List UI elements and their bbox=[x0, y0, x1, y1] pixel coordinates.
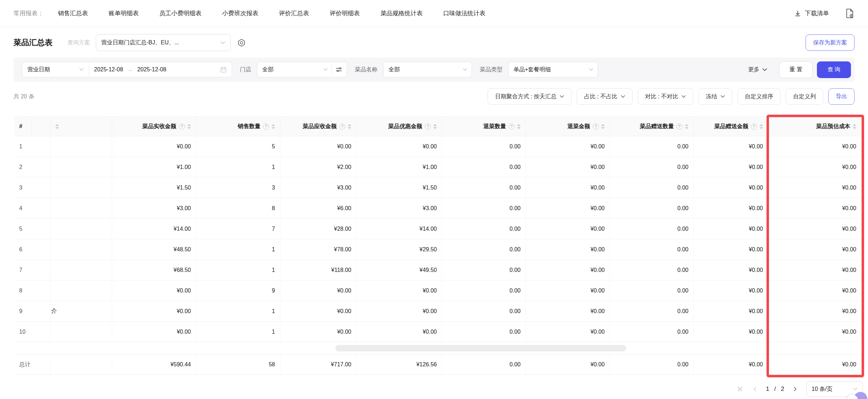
reset-button[interactable]: 重 置 bbox=[779, 61, 813, 78]
dish-type-select[interactable]: 单品+套餐明细 bbox=[508, 62, 598, 77]
cell-est_cost: ¥0.00 bbox=[768, 322, 862, 342]
col-header-qty[interactable]: 销售数量? bbox=[196, 117, 280, 136]
cell-return_qty: 0.00 bbox=[442, 157, 526, 177]
sort-icon[interactable] bbox=[433, 124, 437, 129]
cell-name bbox=[50, 260, 112, 280]
top-nav-tab[interactable]: 评价汇总表 bbox=[279, 9, 309, 17]
help-icon[interactable]: ? bbox=[263, 124, 269, 130]
chevron-down-icon bbox=[79, 68, 84, 71]
cell-total-gift_qty: 0.00 bbox=[610, 355, 694, 375]
top-nav-tab[interactable]: 小费班次报表 bbox=[222, 9, 258, 17]
cell-discount: ¥14.00 bbox=[357, 219, 442, 239]
sort-icon[interactable] bbox=[601, 124, 605, 129]
chevron-down-icon bbox=[560, 95, 564, 98]
col-header-label: # bbox=[19, 123, 22, 130]
col-header-name[interactable] bbox=[50, 117, 112, 136]
sort-icon[interactable] bbox=[685, 124, 688, 129]
help-icon[interactable]: ? bbox=[339, 124, 345, 130]
report-settings-file-icon[interactable] bbox=[845, 9, 855, 18]
sort-icon[interactable] bbox=[853, 124, 856, 129]
col-header-return_qty[interactable]: 退菜数量? bbox=[442, 117, 526, 136]
cell-name bbox=[50, 280, 112, 301]
col-header-est_cost[interactable]: 菜品预估成本 bbox=[768, 117, 862, 136]
top-nav-tab[interactable]: 销售汇总表 bbox=[58, 9, 88, 17]
cell-qty: 1 bbox=[196, 260, 280, 280]
cell-idx: 3 bbox=[14, 177, 32, 198]
top-nav-tab[interactable]: 口味做法统计表 bbox=[443, 9, 485, 17]
col-header-discount[interactable]: 菜品优惠金额? bbox=[357, 117, 442, 136]
plan-settings-button[interactable] bbox=[237, 38, 246, 47]
sort-icon[interactable] bbox=[187, 124, 191, 129]
col-header-actual[interactable]: 菜品实收金额? bbox=[112, 117, 196, 136]
toolbar-button[interactable]: 自定义列 bbox=[786, 88, 823, 105]
col-header-receivable[interactable]: 菜品应收金额? bbox=[280, 117, 357, 136]
cell-name bbox=[50, 177, 112, 198]
toolbar-button[interactable]: 占比 : 不占比 bbox=[577, 88, 632, 105]
toolbar-button[interactable]: 冻结 bbox=[698, 88, 732, 105]
current-page[interactable]: 1 bbox=[766, 386, 769, 393]
top-nav-tab[interactable]: 账单明细表 bbox=[109, 9, 139, 17]
table-row[interactable]: 2¥1.001¥2.00¥1.000.00¥0.000.00¥0.00¥0.00 bbox=[14, 157, 862, 177]
toolbar-button[interactable]: 对比 : 不对比 bbox=[638, 88, 693, 105]
toolbar-button[interactable]: 自定义排序 bbox=[737, 88, 781, 105]
table-row[interactable]: 1¥0.005¥0.00¥0.000.00¥0.000.00¥0.00¥0.00 bbox=[14, 136, 862, 157]
help-icon[interactable]: ? bbox=[179, 124, 185, 130]
col-header-gift_amt[interactable]: 菜品赠送金额? bbox=[694, 117, 768, 136]
page-size-select[interactable]: 10 条/页 bbox=[806, 381, 863, 397]
cell-est_cost: ¥0.00 bbox=[768, 219, 862, 239]
prev-page-button[interactable] bbox=[752, 386, 758, 392]
help-icon[interactable]: ? bbox=[751, 124, 757, 130]
cell-qty: 1 bbox=[196, 301, 280, 321]
table-row[interactable]: 8¥0.009¥0.00¥0.000.00¥0.000.00¥0.00¥0.00 bbox=[14, 280, 862, 301]
help-icon[interactable]: ? bbox=[425, 124, 431, 130]
cell-receivable: ¥78.00 bbox=[280, 239, 357, 259]
table-row[interactable]: 3¥1.503¥3.00¥1.500.00¥0.000.00¥0.00¥0.00 bbox=[14, 177, 862, 198]
sort-icon[interactable] bbox=[271, 124, 275, 129]
cell-return_qty: 0.00 bbox=[442, 239, 526, 259]
date-type-select[interactable]: 营业日期 bbox=[22, 62, 89, 77]
top-nav-tab[interactable]: 菜品规格统计表 bbox=[380, 9, 423, 17]
table-row[interactable]: 6¥48.501¥78.00¥29.500.00¥0.000.00¥0.00¥0… bbox=[14, 239, 862, 260]
col-header-gift_qty[interactable]: 菜品赠送数量? bbox=[610, 117, 694, 136]
save-as-new-plan-button[interactable]: 保存为新方案 bbox=[806, 34, 855, 51]
toolbar-button[interactable]: 日期聚合方式 : 按天汇总 bbox=[488, 88, 572, 105]
table-row[interactable]: 4¥3.008¥6.00¥3.000.00¥0.000.00¥0.00¥0.00 bbox=[14, 198, 862, 219]
first-page-button[interactable] bbox=[737, 386, 744, 393]
sort-icon[interactable] bbox=[348, 124, 351, 129]
top-bar: 常用报表： 销售汇总表账单明细表员工小费明细表小费班次报表评价汇总表评价明细表菜… bbox=[0, 0, 868, 27]
top-nav-tab[interactable]: 评价明细表 bbox=[330, 9, 360, 17]
first-page-icon bbox=[737, 386, 744, 393]
next-page-button[interactable] bbox=[792, 386, 798, 392]
download-list-button[interactable]: 下载清单 bbox=[794, 9, 829, 17]
sort-icon[interactable] bbox=[517, 124, 521, 129]
toolbar-button[interactable]: 导出 bbox=[828, 88, 855, 105]
cell-gift_qty: 0.00 bbox=[610, 177, 694, 198]
cell-total-qty: 58 bbox=[196, 355, 280, 375]
table-row[interactable]: 9介¥0.001¥0.00¥0.000.00¥0.000.00¥0.00¥0.0… bbox=[14, 301, 862, 322]
help-icon[interactable]: ? bbox=[676, 124, 682, 130]
date-range-input[interactable]: 2025-12-08 → 2025-12-08 bbox=[89, 66, 232, 73]
cell-est_cost: ¥0.00 bbox=[768, 301, 862, 321]
table-row[interactable]: 5¥14.007¥28.00¥14.000.00¥0.000.00¥0.00¥0… bbox=[14, 219, 862, 239]
query-plan-select[interactable]: 营业日期门店汇总-BJ、EU、... bbox=[96, 34, 231, 51]
query-button[interactable]: 查 询 bbox=[817, 61, 851, 78]
help-icon[interactable]: ? bbox=[509, 124, 515, 130]
table-row[interactable]: 7¥68.501¥118.00¥49.500.00¥0.000.00¥0.00¥… bbox=[14, 260, 862, 280]
table-row[interactable]: 10¥0.001¥0.00¥0.000.00¥0.000.00¥0.00¥0.0… bbox=[14, 322, 862, 342]
col-header-return_amt[interactable]: 退菜金额? bbox=[526, 117, 610, 136]
cell-idx: 2 bbox=[14, 157, 32, 177]
cell-return_qty: 0.00 bbox=[442, 219, 526, 239]
horizontal-scrollbar-thumb[interactable] bbox=[335, 345, 626, 351]
top-nav-tab[interactable]: 员工小费明细表 bbox=[159, 9, 202, 17]
dish-name-select[interactable]: 全部 bbox=[383, 62, 472, 77]
help-icon[interactable]: ? bbox=[593, 124, 599, 130]
sort-icon[interactable] bbox=[759, 124, 763, 129]
store-select[interactable]: 全部 bbox=[257, 62, 347, 77]
store-filter-sliders-icon[interactable] bbox=[335, 66, 342, 73]
col-header-idx: # bbox=[14, 117, 32, 136]
sort-icon[interactable] bbox=[55, 124, 59, 129]
more-filters-button[interactable]: 更多 bbox=[748, 66, 767, 73]
cell-gift_amt: ¥0.00 bbox=[694, 322, 768, 342]
more-label: 更多 bbox=[748, 66, 759, 73]
cell-receivable: ¥28.00 bbox=[280, 219, 357, 239]
